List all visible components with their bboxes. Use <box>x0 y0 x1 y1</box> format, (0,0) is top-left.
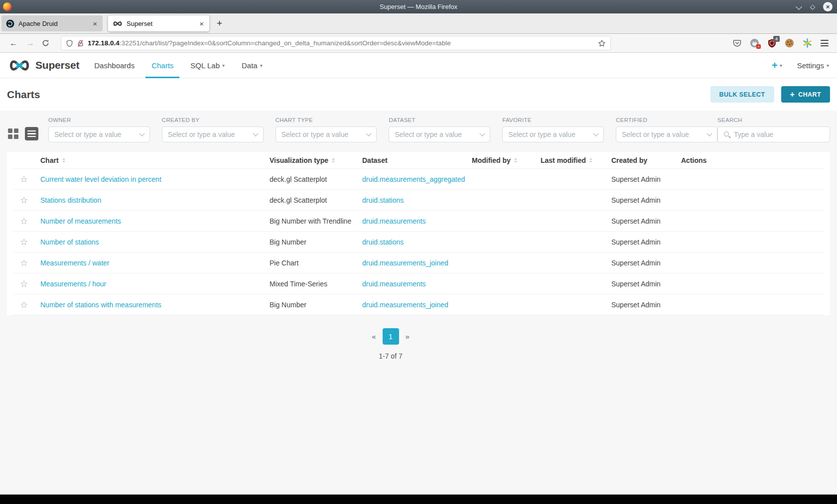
plus-icon: + <box>772 60 778 70</box>
column-header-modified-by[interactable]: Modified by <box>466 156 535 164</box>
add-new-menu[interactable]: + ▾ <box>772 60 782 70</box>
favorite-star-icon[interactable]: ☆ <box>20 217 28 226</box>
extension-spark-icon[interactable] <box>803 38 812 48</box>
chart-link[interactable]: Stations distribution <box>40 196 101 204</box>
favorite-star-icon[interactable]: ☆ <box>20 279 28 288</box>
cookie-icon[interactable] <box>785 38 794 48</box>
ublock-shield-icon[interactable]: 4 <box>768 39 776 48</box>
chevron-down-icon <box>139 130 144 136</box>
filter: CERTIFIED Select or type a value <box>616 117 717 142</box>
filter-label: FAVORITE <box>502 117 604 123</box>
tab-close-icon[interactable]: × <box>92 19 98 28</box>
column-header-created-by: Created by <box>606 156 676 164</box>
chart-link[interactable]: Number of stations with measurements <box>40 301 161 309</box>
favorite-star-icon[interactable]: ☆ <box>20 258 28 267</box>
back-button[interactable]: ← <box>9 39 17 48</box>
dataset-link[interactable]: druid.measurements <box>362 217 426 225</box>
tracking-protection-shield-icon[interactable] <box>66 39 73 47</box>
list-view-toggle-icon[interactable] <box>25 127 38 140</box>
filter-select[interactable]: Select or type a value <box>389 126 490 142</box>
created-by: Superset Admin <box>606 301 676 309</box>
reload-button[interactable] <box>42 39 49 47</box>
filter-select[interactable]: Select or type a value <box>502 126 604 142</box>
page-title: Charts <box>7 89 40 101</box>
select-placeholder: Select or type a value <box>508 130 575 138</box>
created-by: Superset Admin <box>606 217 676 225</box>
dataset-link[interactable]: druid.measurements <box>362 280 426 288</box>
pocket-icon[interactable] <box>733 39 741 47</box>
card-view-toggle-icon[interactable] <box>8 128 18 139</box>
plus-icon: + <box>790 91 795 99</box>
ublock-count-badge: 4 <box>773 36 780 42</box>
filter-label: OWNER <box>48 117 150 123</box>
dataset-link[interactable]: druid.stations <box>362 196 404 204</box>
chart-link[interactable]: Measurements / hour <box>40 280 106 288</box>
forward-button[interactable]: → <box>26 39 34 48</box>
filter-select[interactable]: Select or type a value <box>616 126 717 142</box>
charts-table: Chart Visualization type Dataset Modifie… <box>7 152 830 315</box>
tab-bar: Apache Druid × Superset × + <box>0 13 837 34</box>
filters-bar: OWNER Select or type a value CREATED BY … <box>0 111 837 142</box>
chart-link[interactable]: Number of stations <box>40 238 99 246</box>
settings-menu[interactable]: Settings ▾ <box>797 61 829 70</box>
url-path: :32251/chart/list/?pageIndex=0&sortColum… <box>120 39 451 47</box>
favorite-star-icon[interactable]: ☆ <box>20 238 28 247</box>
sort-icon <box>332 158 335 163</box>
sort-icon <box>62 158 65 163</box>
tab-label: Superset <box>127 20 194 27</box>
search-filter: SEARCH <box>717 117 830 142</box>
page-number-button[interactable]: 1 <box>383 328 399 345</box>
privacy-extension-icon[interactable]: × <box>750 38 759 48</box>
bulk-select-button[interactable]: BULK SELECT <box>710 86 774 103</box>
favorite-star-icon[interactable]: ☆ <box>20 175 28 184</box>
search-box[interactable] <box>717 126 830 142</box>
dataset-link[interactable]: druid.measurements_aggregated <box>362 175 465 183</box>
favorite-star-icon[interactable]: ☆ <box>20 300 28 309</box>
filter-select[interactable]: Select or type a value <box>276 126 377 142</box>
sort-icon <box>589 158 592 163</box>
column-header-chart[interactable]: Chart <box>35 156 264 164</box>
column-header-visualization-type[interactable]: Visualization type <box>264 156 357 164</box>
caret-down-icon: ▾ <box>222 63 225 68</box>
menu-hamburger-icon[interactable] <box>821 40 829 46</box>
visualization-type: Big Number <box>264 301 357 309</box>
next-page-button[interactable]: » <box>406 332 410 341</box>
caret-down-icon: ▾ <box>260 63 263 68</box>
filter-select[interactable]: Select or type a value <box>48 126 150 142</box>
dataset-link[interactable]: druid.stations <box>362 238 404 246</box>
window-minimize-button[interactable] <box>796 4 802 9</box>
nav-dashboards[interactable]: Dashboards <box>94 53 135 78</box>
tab-label: Apache Druid <box>18 20 88 27</box>
previous-page-button[interactable]: « <box>372 332 376 341</box>
bookmark-star-icon[interactable] <box>598 39 606 47</box>
filter: DATASET Select or type a value <box>389 117 490 142</box>
filter-label: CREATED BY <box>162 117 264 123</box>
chart-link[interactable]: Current water level deviation in percent <box>40 175 161 183</box>
superset-logo[interactable]: Superset <box>8 59 79 71</box>
favorite-star-icon[interactable]: ☆ <box>20 196 28 205</box>
dataset-link[interactable]: druid.measurements_joined <box>362 301 448 309</box>
add-chart-button[interactable]: + CHART <box>781 86 831 103</box>
filter: CHART TYPE Select or type a value <box>276 117 377 142</box>
dataset-link[interactable]: druid.measurements_joined <box>362 259 448 267</box>
search-input[interactable] <box>734 130 824 138</box>
browser-tab-apache-druid[interactable]: Apache Druid × <box>1 15 103 31</box>
chart-link[interactable]: Number of measurements <box>40 217 121 225</box>
address-bar[interactable]: 172.18.0.4:32251/chart/list/?pageIndex=0… <box>61 36 611 50</box>
firefox-logo-icon <box>3 2 11 11</box>
chart-link[interactable]: Measurements / water <box>40 259 110 267</box>
table-row: ☆ Measurements / water Pie Chart druid.m… <box>13 252 824 273</box>
tab-close-icon[interactable]: × <box>198 19 205 28</box>
nav-charts[interactable]: Charts <box>151 53 173 78</box>
browser-tab-superset[interactable]: Superset × <box>108 15 209 31</box>
filter: FAVORITE Select or type a value <box>502 117 604 142</box>
select-placeholder: Select or type a value <box>395 130 462 138</box>
new-tab-button[interactable]: + <box>211 17 228 30</box>
nav-sql-lab[interactable]: SQL Lab▾ <box>190 53 225 78</box>
nav-data[interactable]: Data▾ <box>242 53 263 78</box>
filter-select[interactable]: Select or type a value <box>162 126 264 142</box>
window-close-button[interactable]: × <box>823 2 833 11</box>
column-header-last-modified[interactable]: Last modified <box>535 156 606 164</box>
insecure-lock-icon[interactable] <box>77 39 84 47</box>
window-maximize-button[interactable]: ◇ <box>810 3 815 10</box>
